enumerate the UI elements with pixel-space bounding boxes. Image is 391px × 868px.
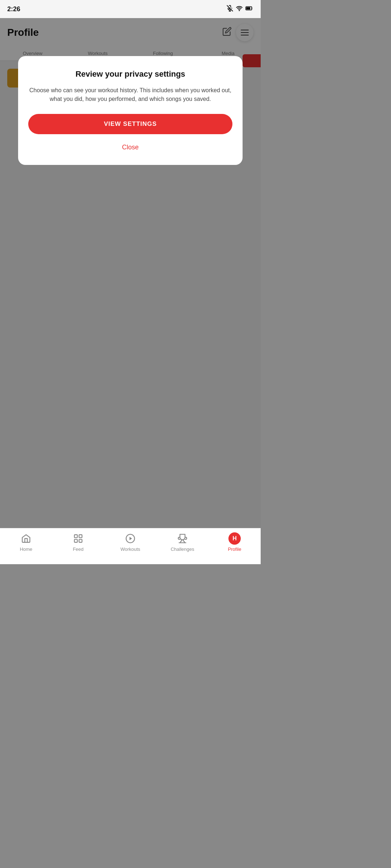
nav-item-challenges[interactable]: Challenges (156, 532, 209, 552)
privacy-settings-modal: Review your privacy settings Choose who … (18, 56, 243, 165)
wifi-icon (236, 5, 243, 13)
nav-item-home[interactable]: Home (0, 532, 52, 552)
nav-item-feed[interactable]: Feed (52, 532, 104, 552)
home-icon (20, 532, 33, 545)
profile-icon: H (228, 532, 241, 545)
feed-icon (72, 532, 85, 545)
modal-body: Choose who can see your workout history.… (28, 86, 232, 104)
nav-label-home: Home (20, 546, 33, 552)
close-button[interactable]: Close (115, 141, 146, 154)
svg-rect-9 (79, 539, 82, 542)
svg-rect-8 (75, 539, 77, 542)
modal-title: Review your privacy settings (28, 69, 232, 80)
avatar: H (228, 532, 241, 545)
battery-icon (245, 5, 253, 13)
view-settings-button[interactable]: VIEW SETTINGS (28, 114, 232, 134)
svg-rect-5 (246, 7, 250, 9)
nav-label-profile: Profile (228, 546, 241, 552)
svg-point-3 (239, 10, 240, 11)
status-time: 2:26 (7, 5, 20, 13)
svg-rect-7 (79, 535, 82, 538)
nav-label-workouts: Workouts (121, 546, 140, 552)
status-icons (227, 5, 253, 13)
svg-marker-11 (130, 537, 132, 540)
nav-label-challenges: Challenges (171, 546, 194, 552)
nav-item-workouts[interactable]: Workouts (104, 532, 156, 552)
bottom-nav: Home Feed Workouts (0, 528, 261, 564)
nav-label-feed: Feed (73, 546, 84, 552)
status-bar: 2:26 (0, 0, 261, 18)
svg-rect-6 (75, 535, 77, 538)
mute-icon (227, 5, 233, 13)
workouts-icon (124, 532, 137, 545)
challenges-icon (176, 532, 189, 545)
nav-item-profile[interactable]: H Profile (209, 532, 261, 552)
